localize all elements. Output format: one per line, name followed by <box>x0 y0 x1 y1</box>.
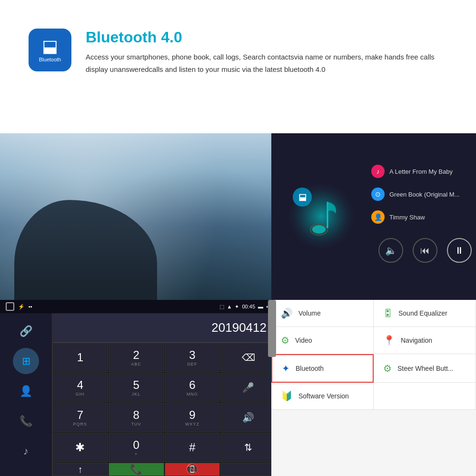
dial-key-star[interactable]: ✱ <box>52 433 108 462</box>
battery-bar-icon: ▬ <box>258 304 263 309</box>
equalizer-label: Sound Equalizer <box>398 309 447 317</box>
phone-dial-area: 20190412 1 2 ABC 3 DEF ⌫ <box>52 313 276 476</box>
software-label: Software Version <box>298 392 349 400</box>
track-dot-1: ♪ <box>371 165 385 178</box>
dial-key-mute[interactable]: 🎤 <box>220 373 276 402</box>
dial-key-transfer[interactable]: ⇅ <box>220 433 276 462</box>
cast-icon: ⬚ <box>219 304 224 310</box>
navigation-label: Navigation <box>401 337 432 344</box>
bluetooth-info: Bluetooth 4.0 Access your smartphones, p… <box>86 29 447 75</box>
dial-key-empty <box>220 463 276 476</box>
track-item-3[interactable]: 👤 Timmy Shaw <box>371 208 476 226</box>
dial-key-hash[interactable]: # <box>165 433 220 462</box>
usb-icon: ⚡ <box>18 304 25 310</box>
steer-settings-icon: ⚙ <box>383 363 392 374</box>
sidebar-dialpad-icon[interactable]: ⊞ <box>13 348 39 374</box>
settings-empty <box>374 383 476 410</box>
track-item-2[interactable]: ⊙ Green Book (Original M... <box>371 185 476 203</box>
settings-grid: 🔊 Volume 🎛 Sound Equalizer ⚙ Video 📍 Nav… <box>271 300 476 410</box>
video-settings-icon: ⚙ <box>281 335 289 346</box>
phone-status-bar: ⚡ ▪▪ ⬚ ▲ ✦ 00:45 ▬ ↩ <box>0 300 276 313</box>
music-player: ⬜ ⚡ ▪▪ ⬚ ▲ ✦ 00:45 ▬ ↩ <box>271 119 476 300</box>
dial-pad: 1 2 ABC 3 DEF ⌫ 4 GHI <box>52 343 276 476</box>
dial-key-8[interactable]: 8 TUV <box>109 403 164 432</box>
top-section: ⬓ Bluetooth Bluetooth 4.0 Access your sm… <box>0 0 476 133</box>
phone-screen-left: ⚡ ▪▪ ⬚ ▲ ✦ 00:45 ▬ ↩ 🔗 ⊞ 👤 📞 ♪ 20190412 <box>0 300 276 476</box>
note-art: ⬓ <box>283 178 359 254</box>
track-name-2: Green Book (Original M... <box>389 191 459 198</box>
bluetooth-settings-icon: ✦ <box>282 363 290 374</box>
dial-key-nav[interactable]: ↑ <box>52 463 108 476</box>
bluetooth-title: Bluetooth 4.0 <box>86 29 447 46</box>
prev-button[interactable]: ⏮ <box>413 238 437 263</box>
dial-key-call-red[interactable]: 📵 <box>165 463 220 476</box>
location-icon: ▲ <box>227 304 232 309</box>
battery-icon: ▪▪ <box>29 304 32 309</box>
volume-button[interactable]: 🔈 <box>378 238 403 263</box>
track-item-1[interactable]: ♪ A Letter From My Baby <box>371 162 476 180</box>
steer-label: Steer Wheel Butt... <box>397 365 454 372</box>
bluetooth-icon-label: Bluetooth <box>39 57 61 62</box>
settings-video[interactable]: ⚙ Video <box>271 327 374 354</box>
dial-number-display[interactable]: 20190412 <box>52 313 276 343</box>
status-bar-left: ⚡ ▪▪ <box>6 302 32 311</box>
video-label: Video <box>295 337 312 344</box>
dial-key-3[interactable]: 3 DEF <box>165 343 220 372</box>
phone-sidebar: 🔗 ⊞ 👤 📞 ♪ <box>0 313 52 476</box>
phone-content: 🔗 ⊞ 👤 📞 ♪ 20190412 1 2 ABC 3 <box>0 313 276 476</box>
bluetooth-label: Bluetooth <box>296 365 324 372</box>
music-track-list: ♪ A Letter From My Baby ⊙ Green Book (Or… <box>371 139 476 293</box>
track-name-3: Timmy Shaw <box>389 214 425 221</box>
dial-key-7[interactable]: 7 PQRS <box>52 403 108 432</box>
dial-key-speaker[interactable]: 🔊 <box>220 403 276 432</box>
bluetooth-music-icon: ⬓ <box>293 188 312 207</box>
bluetooth-status-icon: ✦ <box>235 304 239 310</box>
dial-key-0[interactable]: 0 + <box>109 433 164 462</box>
dial-key-1[interactable]: 1 <box>52 343 108 372</box>
sidebar-contacts-icon[interactable]: 👤 <box>13 378 39 404</box>
settings-bluetooth[interactable]: ✦ Bluetooth <box>271 354 374 383</box>
settings-steer[interactable]: ⚙ Steer Wheel Butt... <box>374 354 476 383</box>
player-controls: 🔈 ⏮ ⏸ ▶ ⏭ <box>371 231 476 270</box>
software-settings-icon: 🔰 <box>281 390 293 402</box>
equalizer-settings-icon: 🎛 <box>383 308 393 319</box>
dial-key-6[interactable]: 6 MNO <box>165 373 220 402</box>
settings-equalizer[interactable]: 🎛 Sound Equalizer <box>374 300 476 327</box>
status-bar-right: ⬚ ▲ ✦ 00:45 ▬ ↩ <box>219 304 270 310</box>
dial-key-2[interactable]: 2 ABC <box>109 343 164 372</box>
pause-button[interactable]: ⏸ <box>447 238 472 263</box>
bluetooth-description: Access your smartphones, phone book, cal… <box>86 51 447 75</box>
track-name-1: A Letter From My Baby <box>389 168 453 175</box>
scroll-handle[interactable] <box>268 300 276 357</box>
dial-key-5[interactable]: 5 JKL <box>109 373 164 402</box>
sidebar-music-icon[interactable]: ♪ <box>13 438 39 464</box>
bluetooth-icon-box: ⬓ Bluetooth <box>29 29 71 71</box>
settings-volume[interactable]: 🔊 Volume <box>271 300 374 327</box>
music-content: ⬓ ♪ A Letter From My Baby ⊙ Green Book (… <box>271 132 476 300</box>
right-panel: ⬜ ⚡ ▪▪ ⬚ ▲ ✦ 00:45 ▬ ↩ <box>271 119 476 476</box>
sidebar-calls-icon[interactable]: 📞 <box>13 408 39 434</box>
dial-key-4[interactable]: 4 GHI <box>52 373 108 402</box>
volume-label: Volume <box>298 309 321 317</box>
bluetooth-symbol-icon: ⬓ <box>42 38 58 55</box>
music-art: ⬓ <box>278 139 364 293</box>
settings-software[interactable]: 🔰 Software Version <box>271 383 374 410</box>
settings-navigation[interactable]: 📍 Navigation <box>374 327 476 354</box>
track-dot-2: ⊙ <box>371 188 385 201</box>
dial-key-call-green[interactable]: 📞 <box>109 463 164 476</box>
time-display: 00:45 <box>242 304 255 309</box>
dial-key-9[interactable]: 9 WXYZ <box>165 403 220 432</box>
sidebar-link-icon[interactable]: 🔗 <box>13 318 39 344</box>
navigation-settings-icon: 📍 <box>383 335 395 346</box>
home-button-icon[interactable] <box>6 302 14 311</box>
volume-settings-icon: 🔊 <box>281 307 293 319</box>
settings-panel: 🔊 Volume 🎛 Sound Equalizer ⚙ Video 📍 Nav… <box>271 300 476 476</box>
track-dot-3: 👤 <box>371 210 385 224</box>
